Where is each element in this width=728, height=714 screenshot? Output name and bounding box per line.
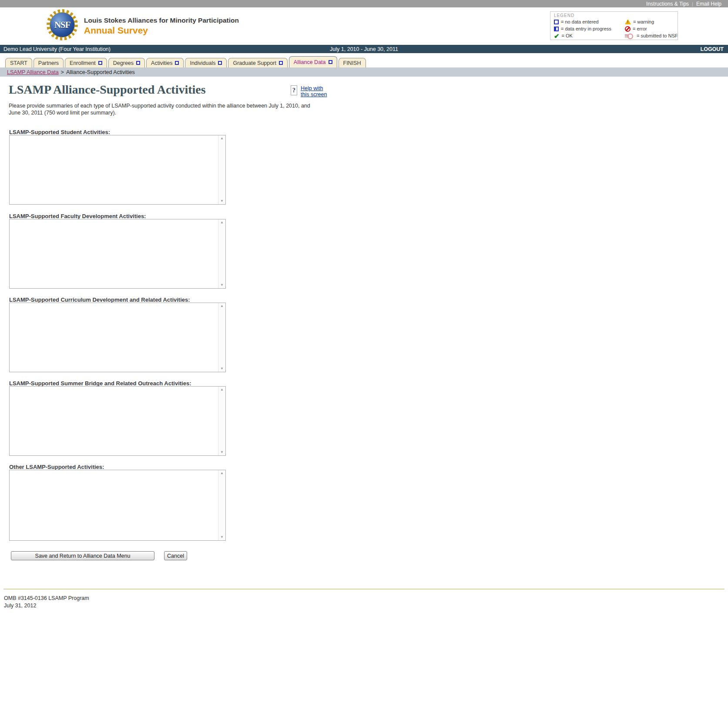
curriculum-development-textarea[interactable] <box>10 303 218 372</box>
help-link[interactable]: Help with this screen <box>301 85 329 98</box>
legend-label: = OK <box>562 33 573 38</box>
scrollbar[interactable]: ▲ ▼ <box>218 470 225 540</box>
nsf-logo: NSF <box>47 9 78 40</box>
tab-finish[interactable]: FINISH <box>339 58 366 67</box>
tab-start[interactable]: START <box>5 58 32 67</box>
curriculum-development-label: LSAMP-Supported Curriculum Development a… <box>9 296 190 303</box>
save-button[interactable]: Save and Return to Alliance Data Menu <box>11 551 154 560</box>
scrollbar[interactable]: ▲ ▼ <box>218 219 225 288</box>
footer: OMB #3145-0136 LSAMP Program July 31, 20… <box>4 595 89 610</box>
breadcrumb: LSAMP Alliance Data > Alliance-Supported… <box>0 67 728 77</box>
legend-label: = no data entered <box>561 19 599 24</box>
page: Instructions & Tips | Email Help NSF Lou… <box>0 0 728 714</box>
reporting-period: July 1, 2010 - June 30, 2011 <box>0 46 728 52</box>
scroll-down-icon[interactable]: ▼ <box>220 367 224 370</box>
summer-bridge-label: LSAMP-Supported Summer Bridge and Relate… <box>9 380 191 387</box>
tab-label: Graduate Support <box>233 60 276 66</box>
nsf-logo-text: NSF <box>54 20 70 30</box>
scroll-down-icon[interactable]: ▼ <box>220 283 224 287</box>
no-data-checkbox-icon <box>279 61 283 65</box>
legend-label: = error <box>633 26 647 31</box>
student-activities-textarea[interactable] <box>10 135 218 204</box>
legend-item-warning: = warning <box>625 18 678 25</box>
legend-label: = warning <box>633 19 654 24</box>
app-name: Annual Survey <box>84 25 239 36</box>
scroll-up-icon[interactable]: ▲ <box>220 304 224 308</box>
header-titles: Louis Stokes Alliances for Minority Part… <box>84 17 239 36</box>
green-check-icon: ✔ <box>554 34 560 38</box>
tab-label: Alliance Data <box>294 59 326 65</box>
other-activities-textarea[interactable] <box>10 470 218 540</box>
footer-divider <box>3 589 725 589</box>
legend-item-in-progress: = data entry in progress <box>554 25 625 32</box>
legend-item-no-data: = no data entered <box>554 18 625 25</box>
legend-item-ok: ✔ = OK <box>554 32 625 39</box>
footer-date: July 31, 2012 <box>4 602 89 610</box>
tab-partners[interactable]: Partners <box>34 58 64 67</box>
half-filled-checkbox-icon <box>554 27 559 31</box>
no-data-checkbox-icon <box>175 61 179 65</box>
scroll-up-icon[interactable]: ▲ <box>220 221 224 224</box>
no-data-checkbox-icon <box>329 60 332 64</box>
student-activities-label: LSAMP-Supported Student Activities: <box>9 129 110 135</box>
submitted-icon <box>625 33 634 38</box>
institution-bar: Demo Lead University (Four Year Institut… <box>0 45 728 53</box>
tab-label: START <box>10 60 27 66</box>
tab-degrees[interactable]: Degrees <box>108 58 145 67</box>
summer-bridge-textarea[interactable] <box>10 387 218 455</box>
scrollbar[interactable]: ▲ ▼ <box>218 387 225 455</box>
tab-graduate-support[interactable]: Graduate Support <box>228 58 287 67</box>
breadcrumb-link-alliance-data[interactable]: LSAMP Alliance Data <box>7 69 59 75</box>
error-circle-icon <box>625 26 631 32</box>
scrollbar[interactable]: ▲ ▼ <box>218 135 225 204</box>
scroll-up-icon[interactable]: ▲ <box>220 137 224 140</box>
legend-label: = submitted to NSF <box>637 33 678 38</box>
omb-number: OMB #3145-0136 LSAMP Program <box>4 595 89 602</box>
curriculum-development-textarea-box: ▲ ▼ <box>9 303 226 372</box>
page-title: LSAMP Alliance-Supported Activities <box>9 83 206 97</box>
tab-label: FINISH <box>343 60 361 66</box>
other-activities-label: Other LSAMP-Supported Activities: <box>9 464 104 470</box>
faculty-development-textarea[interactable] <box>10 219 218 288</box>
tab-label: Individuals <box>190 60 215 66</box>
scrollbar[interactable]: ▲ ▼ <box>218 303 225 372</box>
utility-bar: Instructions & Tips | Email Help <box>0 0 728 7</box>
instructions-tips-link[interactable]: Instructions & Tips <box>643 1 692 7</box>
legend-item-submitted: = submitted to NSF <box>625 32 678 39</box>
no-data-checkbox-icon <box>136 61 140 65</box>
tab-label: Partners <box>38 60 59 66</box>
legend-title: LEGEND <box>554 13 674 18</box>
tab-enrollment[interactable]: Enrollment <box>65 58 107 67</box>
tab-individuals[interactable]: Individuals <box>185 58 227 67</box>
summer-bridge-textarea-box: ▲ ▼ <box>9 386 226 456</box>
other-activities-textarea-box: ▲ ▼ <box>9 470 226 541</box>
scroll-down-icon[interactable]: ▼ <box>220 451 224 454</box>
breadcrumb-current: Alliance-Supported Activities <box>66 69 135 75</box>
no-data-checkbox-icon <box>218 61 222 65</box>
scroll-up-icon[interactable]: ▲ <box>220 388 224 391</box>
faculty-development-textarea-box: ▲ ▼ <box>9 219 226 289</box>
legend-box: LEGEND = no data entered = data entry in… <box>550 11 678 40</box>
cancel-button[interactable]: Cancel <box>164 551 187 560</box>
tab-strip: START Partners Enrollment Degrees Activi… <box>5 58 366 67</box>
program-name: Louis Stokes Alliances for Minority Part… <box>84 17 239 24</box>
email-help-link[interactable]: Email Help <box>693 1 725 7</box>
legend-label: = data entry in progress <box>561 26 611 31</box>
scroll-down-icon[interactable]: ▼ <box>220 536 224 539</box>
nsf-logo-globe-icon: NSF <box>50 12 75 37</box>
breadcrumb-separator: > <box>61 69 64 75</box>
tab-label: Enrollment <box>70 60 96 66</box>
legend-grid: = no data entered = data entry in progre… <box>554 18 674 39</box>
scroll-up-icon[interactable]: ▲ <box>220 472 224 475</box>
warning-triangle-icon <box>625 19 631 24</box>
empty-checkbox-icon <box>554 20 559 24</box>
tab-alliance-data[interactable]: Alliance Data <box>289 56 337 67</box>
legend-item-error: = error <box>625 25 678 32</box>
tab-label: Degrees <box>113 60 134 66</box>
help-question-icon[interactable]: ? <box>291 85 297 95</box>
instructions-text: Please provide summaries of each type of… <box>9 103 313 116</box>
logout-link[interactable]: LOGOUT <box>701 46 728 52</box>
faculty-development-label: LSAMP-Supported Faculty Development Acti… <box>9 213 146 219</box>
scroll-down-icon[interactable]: ▼ <box>220 199 224 203</box>
tab-activities[interactable]: Activities <box>146 58 184 67</box>
